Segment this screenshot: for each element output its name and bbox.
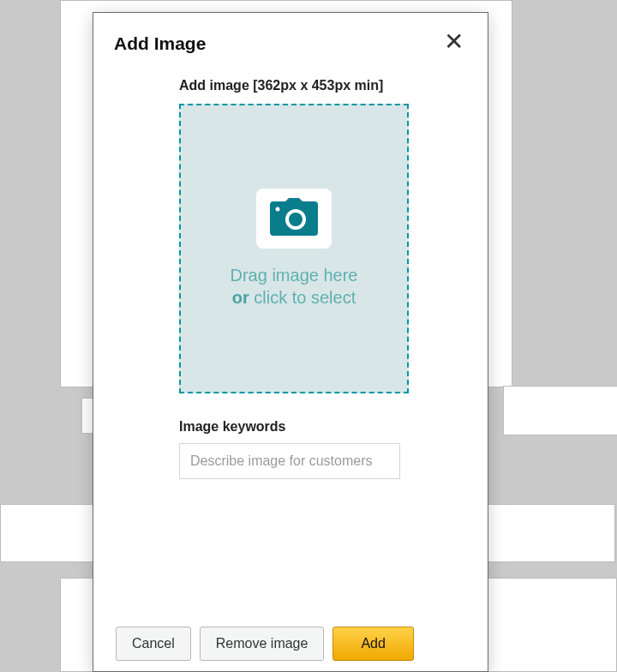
svg-point-1 [289, 213, 303, 226]
keywords-input[interactable] [179, 443, 400, 479]
click-text: click to select [254, 288, 356, 307]
modal-body: Add image [362px x 453px min] Drag image… [93, 63, 488, 615]
or-text: or [232, 288, 255, 307]
camera-icon-wrap [256, 189, 332, 249]
dropzone-text: Drag image here or click to select [213, 264, 375, 309]
modal-footer: Cancel Remove image Add [93, 615, 488, 671]
background-panel [503, 386, 617, 435]
image-dropzone[interactable]: Drag image here or click to select [179, 104, 409, 393]
remove-image-button[interactable]: Remove image [200, 627, 325, 661]
svg-point-2 [276, 207, 280, 212]
cancel-button[interactable]: Cancel [116, 627, 191, 661]
modal-title: Add Image [114, 33, 206, 54]
modal-header: Add Image ✕ [93, 13, 488, 63]
keywords-label: Image keywords [179, 419, 465, 435]
upload-label: Add image [362px x 453px min] [179, 76, 402, 95]
add-image-modal: Add Image ✕ Add image [362px x 453px min… [93, 12, 488, 672]
add-button[interactable]: Add [332, 627, 413, 661]
close-icon: ✕ [444, 28, 464, 55]
close-button[interactable]: ✕ [440, 33, 467, 51]
camera-icon [267, 198, 321, 239]
drag-text: Drag image here [231, 266, 358, 285]
